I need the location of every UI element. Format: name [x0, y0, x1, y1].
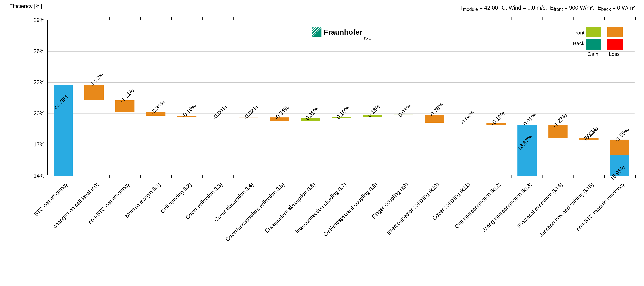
y-tick-label: 14%	[28, 173, 44, 179]
grid-line	[48, 82, 635, 83]
x-tick	[202, 17, 202, 20]
waterfall-chart: Efficiency [%] Tmodule = 42.00 °C, Wind …	[0, 0, 644, 286]
x-tick	[233, 17, 234, 20]
y-tick-label: 23%	[28, 79, 44, 86]
x-tick	[326, 17, 326, 20]
legend-swatch-back-loss	[607, 39, 623, 49]
legend-swatch-front-gain	[586, 27, 601, 37]
y-tick-label: 17%	[28, 141, 44, 148]
bar-value-label: 0.10%	[335, 105, 350, 120]
y-tick-label: 26%	[28, 48, 44, 54]
legend-col-loss: Loss	[606, 51, 623, 57]
loss-bar	[548, 125, 568, 138]
x-tick	[357, 17, 357, 20]
x-category-label: Interconnection shading (k7)	[343, 132, 396, 186]
x-tick	[574, 17, 574, 20]
x-tick	[450, 17, 450, 20]
y-tick-label: 29%	[28, 17, 44, 23]
x-tick	[264, 17, 264, 20]
x-tick	[635, 17, 636, 20]
x-tick	[512, 17, 512, 20]
legend-col-gain: Gain	[584, 51, 601, 57]
bar-value-label: -0.02%	[242, 104, 259, 121]
x-category-label: Cover/encapsulant reflection (k5)	[281, 124, 343, 186]
x-tick	[388, 17, 388, 20]
bar-value-label: -0.04%	[459, 109, 476, 126]
x-tick	[110, 17, 110, 20]
fraunhofer-brand: Fraunhofer ISE	[302, 27, 372, 40]
x-category-label: Interconnector coupling (k10)	[436, 131, 490, 186]
bar-value-label: -0.00%	[212, 104, 228, 121]
x-tick	[48, 175, 48, 178]
plot-area: 14%17%20%23%26%29%STC cell efficiencycha…	[47, 20, 635, 175]
x-tick	[48, 17, 48, 20]
legend: Front Back Gain Loss	[572, 25, 630, 60]
x-tick	[481, 17, 481, 20]
x-category-label: Cell spacing (k2)	[188, 152, 222, 186]
bar-value-label: 0.03%	[397, 103, 412, 118]
loss-bar	[610, 140, 630, 156]
conditions-text: Tmodule = 42.00 °C, Wind = 0.0 m/s, Efro…	[460, 4, 635, 12]
x-tick	[604, 17, 604, 20]
legend-row-back: Back	[566, 40, 584, 46]
brand-name: Fraunhofer	[324, 28, 362, 36]
legend-row-front: Front	[566, 30, 584, 36]
x-tick	[295, 17, 295, 20]
x-tick	[78, 17, 79, 20]
legend-swatch-back-gain	[586, 39, 601, 49]
x-tick	[542, 17, 543, 20]
grid-line	[48, 51, 635, 51]
legend-swatch-front-loss	[607, 27, 623, 37]
x-tick	[419, 17, 419, 20]
loss-bar	[84, 85, 104, 100]
x-category-label: Cell/encapsulant coupling (k8)	[374, 129, 430, 186]
y-axis-title: Efficiency [%]	[9, 3, 42, 9]
y-tick-label: 20%	[28, 110, 44, 117]
x-tick	[172, 17, 172, 20]
x-tick	[140, 17, 141, 20]
fraunhofer-logo-icon	[312, 27, 322, 37]
